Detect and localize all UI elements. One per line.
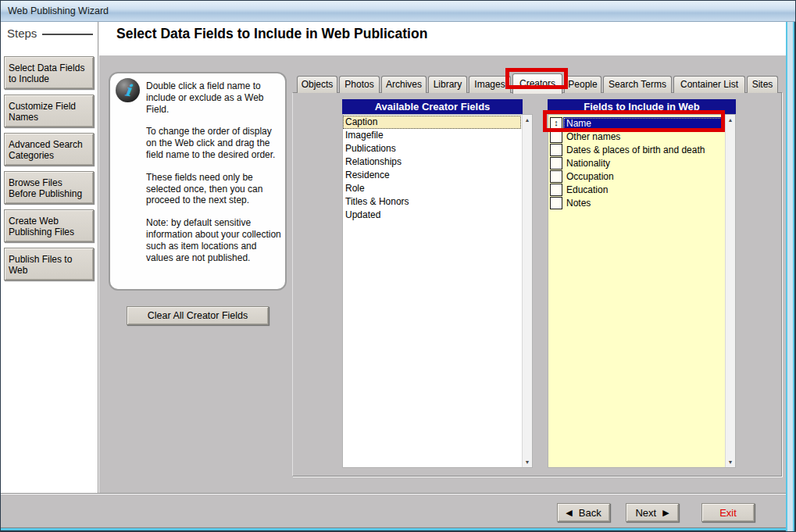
instruction-paragraph: These fields need only be selected once,… [146, 172, 282, 206]
include-item-label[interactable]: Notes [562, 198, 591, 209]
window-border-right [786, 22, 795, 531]
annotation-highlight-name-row [543, 110, 725, 132]
annotation-highlight-creators-tab [505, 68, 568, 89]
include-row-occupation[interactable]: Occupation [548, 170, 724, 183]
drag-handle[interactable] [550, 157, 562, 170]
tab-container-list[interactable]: Container List [673, 76, 745, 93]
include-item-label[interactable]: Nationality [562, 158, 610, 169]
tab-sites[interactable]: Sites [747, 76, 778, 93]
back-button-label: Back [579, 507, 601, 519]
exit-button-label: Exit [719, 507, 737, 519]
window-border-bottom [1, 527, 786, 531]
include-item-label[interactable]: Other names [562, 131, 620, 142]
drag-handle[interactable] [550, 184, 562, 196]
list-item-relationships[interactable]: Relationships [343, 155, 521, 169]
include-item-label[interactable]: Occupation [562, 171, 614, 182]
exit-button[interactable]: Exit [701, 503, 755, 522]
instruction-paragraph: Note: by default sensitive information a… [146, 217, 282, 263]
tab-search-terms[interactable]: Search Terms [603, 76, 672, 93]
title-bar[interactable]: Web Publishing Wizard [1, 1, 795, 22]
sidebar-item-advanced-search[interactable]: Advanced Search Categories [4, 133, 94, 166]
available-fields-list[interactable]: Caption Imagefile Publications Relations… [342, 114, 533, 468]
list-item-updated[interactable]: Updated [343, 209, 521, 222]
sidebar-item-customize-field-names[interactable]: Customize Field Names [4, 95, 94, 127]
tab-archives[interactable]: Archives [381, 76, 427, 93]
tab-images[interactable]: Images [469, 76, 511, 93]
scroll-up-icon[interactable]: ▲ [523, 115, 532, 125]
page-title: Select Data Fields to Include in Web Pub… [116, 26, 427, 42]
web-publishing-wizard-window: Web Publishing Wizard Steps Select Data … [0, 0, 796, 532]
available-fields-scrollbar[interactable]: ▲ ▼ [522, 115, 532, 467]
next-button-label: Next [635, 507, 656, 519]
instruction-paragraph: To change the order of display on the We… [146, 126, 282, 160]
list-item-role[interactable]: Role [343, 182, 521, 195]
clear-all-creator-fields-button[interactable]: Clear All Creator Fields [127, 306, 269, 325]
include-row-education[interactable]: Education [548, 183, 724, 196]
instruction-paragraph: Double click a field name to include or … [146, 80, 282, 115]
list-item-imagefile[interactable]: Imagefile [343, 129, 521, 142]
drag-handle[interactable] [550, 144, 562, 156]
window-title: Web Publishing Wizard [8, 5, 109, 16]
sidebar-item-browse-files[interactable]: Browse Files Before Publishing [4, 171, 94, 204]
scroll-down-icon[interactable]: ▼ [726, 457, 735, 467]
include-item-label[interactable]: Dates & places of birth and death [562, 145, 705, 155]
tab-library[interactable]: Library [428, 76, 467, 93]
list-item-caption[interactable]: Caption [343, 116, 521, 129]
back-button[interactable]: ◀ Back [557, 503, 610, 522]
tab-objects[interactable]: Objects [297, 76, 337, 93]
steps-heading-rule [42, 34, 93, 35]
sidebar-divider [98, 22, 99, 493]
list-item-titles-honors[interactable]: Titles & Honors [343, 195, 521, 209]
back-arrow-icon: ◀ [566, 508, 572, 518]
include-fields-list[interactable]: ↕ Name Other names Dates & places of bir… [548, 114, 736, 468]
scroll-down-icon[interactable]: ▼ [523, 457, 532, 467]
tab-photos[interactable]: Photos [339, 76, 380, 93]
available-fields-header: Available Creator Fields [342, 99, 523, 114]
sidebar-item-create-web-files[interactable]: Create Web Publishing Files [4, 209, 94, 242]
steps-heading: Steps [7, 27, 37, 40]
list-item-publications[interactable]: Publications [343, 142, 521, 155]
next-arrow-icon: ▶ [662, 508, 669, 518]
include-row-nationality[interactable]: Nationality [548, 156, 724, 170]
instructions-text: Double click a field name to include or … [146, 80, 282, 274]
include-fields-scrollbar[interactable]: ▲ ▼ [725, 115, 735, 467]
list-item-residence[interactable]: Residence [343, 169, 521, 182]
info-icon: i [116, 78, 140, 102]
include-row-notes[interactable]: Notes [548, 196, 724, 209]
sidebar-item-select-data-fields[interactable]: Select Data Fields to Include [4, 56, 94, 89]
scroll-up-icon[interactable]: ▲ [726, 115, 735, 125]
next-button[interactable]: Next ▶ [626, 503, 679, 522]
include-item-label[interactable]: Education [562, 184, 608, 195]
sidebar-item-publish-to-web[interactable]: Publish Files to Web [4, 248, 94, 280]
drag-handle[interactable] [550, 197, 562, 209]
tab-people[interactable]: People [564, 76, 601, 93]
drag-handle[interactable] [550, 170, 562, 183]
instructions-box: i Double click a field name to include o… [109, 72, 287, 291]
include-row-dates-places[interactable]: Dates & places of birth and death [548, 143, 724, 156]
